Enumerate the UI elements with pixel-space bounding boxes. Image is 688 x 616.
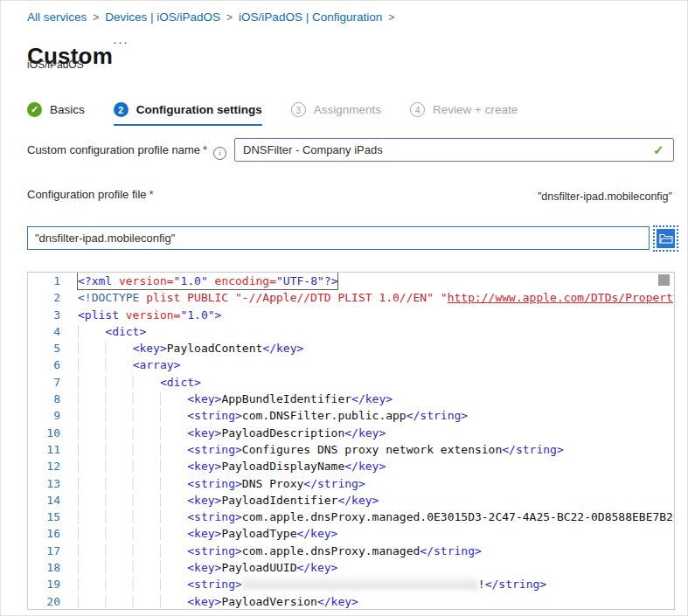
tab-assignments[interactable]: 3 Assignments [291,102,381,124]
step-3-badge: 3 [291,102,306,117]
tab-basics[interactable]: ✓ Basics [27,102,85,124]
custom-profile-page: All services>Devices | iOS/iPadOS>iOS/iP… [0,0,688,616]
breadcrumb-separator: > [93,11,99,24]
line-number: 1 [28,273,78,289]
breadcrumb-devices-ios[interactable]: Devices | iOS/iPadOS [105,10,220,24]
line-number: 19 [28,576,78,592]
step-2-badge: 2 [114,102,129,117]
tab-basics-label: Basics [50,103,85,116]
code-line: 10 <key>PayloadDescription</key> [28,425,674,441]
line-number: 16 [28,525,78,542]
tab-assignments-label: Assignments [314,103,381,116]
breadcrumb-all-services[interactable]: All services [27,10,87,24]
selected-filename: "dnsfilter-ipad.mobileconfig" [538,190,672,203]
required-asterisk: * [203,143,207,156]
code-line: 7 <dict> [28,374,674,391]
browse-file-button[interactable] [655,227,677,250]
line-number: 10 [28,425,78,441]
code-line: 4 <dict> [28,323,674,340]
check-icon: ✓ [27,102,42,117]
code-lines: 1<?xml version="1.0" encoding="UTF-8"?>2… [28,273,674,610]
code-line: 18 <key>PayloadUUID</key> [28,559,674,576]
code-line: 5 <key>PayloadContent</key> [28,340,674,356]
line-number: 11 [28,441,78,458]
code-line: 1<?xml version="1.0" encoding="UTF-8"?> [28,273,674,289]
breadcrumb: All services>Devices | iOS/iPadOS>iOS/iP… [27,10,400,24]
code-line: 15 <string>com.apple.dnsProxy.managed.0E… [28,509,674,525]
required-asterisk: * [149,188,154,201]
code-line: 6 <array> [28,356,674,373]
code-line: 19 <string>!</string> [28,576,674,592]
line-number: 20 [28,593,78,610]
tab-configuration-settings[interactable]: 2 Configuration settings [114,102,262,126]
breadcrumb-separator: > [226,11,233,24]
breadcrumb-ios-configuration[interactable]: iOS/iPadOS | Configuration [239,10,382,24]
line-number: 5 [28,340,78,356]
code-line: 13 <string>DNS Proxy</string> [28,475,674,492]
code-line: 20 <key>PayloadVersion</key> [28,593,674,610]
code-line: 12 <key>PayloadDisplayName</key> [28,458,674,474]
info-icon[interactable]: i [213,147,226,160]
code-line: 9 <string>com.DNSFilter.public.app</stri… [28,407,674,424]
more-menu-icon[interactable]: ··· [113,34,129,49]
vertical-scrollbar-thumb[interactable] [658,274,670,286]
line-number: 3 [28,307,78,323]
line-number: 12 [28,458,78,474]
redacted-uuid [242,578,478,590]
dtd-link[interactable]: http://www.apple.com/DTDs/PropertyList-1… [448,291,675,304]
profile-file-input[interactable] [27,226,650,250]
code-line: 17 <string>com.apple.dnsProxy.managed</s… [28,543,674,559]
line-number: 9 [28,407,78,424]
step-4-badge: 4 [410,102,425,117]
code-line: 11 <string>Configures DNS proxy network … [28,441,674,458]
line-number: 17 [28,543,78,559]
folder-icon [659,233,673,244]
line-number: 14 [28,492,78,509]
line-number: 13 [28,475,78,492]
code-line: 8 <key>AppBundleIdentifier</key> [28,391,674,407]
code-line: 3<plist version="1.0"> [28,307,674,323]
profile-name-label: Custom configuration profile name*i [27,143,226,160]
line-number: 4 [28,323,78,340]
line-number: 15 [28,509,78,525]
line-number: 6 [28,356,78,373]
page-subtitle: iOS/iPadOS [27,59,84,71]
profile-file-label: Configuration profile file* [27,188,154,201]
code-line: 16 <key>PayloadType</key> [28,525,674,542]
code-line: 14 <key>PayloadIdentifier</key> [28,492,674,509]
tab-review-create[interactable]: 4 Review + create [410,102,518,124]
code-line: 2<!DOCTYPE plist PUBLIC "-//Apple//DTD P… [28,289,674,306]
wizard-steps: ✓ Basics 2 Configuration settings 3 Assi… [27,102,518,126]
profile-name-input[interactable] [234,138,674,162]
line-number: 7 [28,374,78,391]
code-editor[interactable]: 1<?xml version="1.0" encoding="UTF-8"?>2… [27,272,675,610]
line-number: 18 [28,559,78,576]
breadcrumb-separator: > [388,11,394,24]
tab-review-create-label: Review + create [433,103,518,116]
line-number: 2 [28,289,78,306]
tab-configuration-settings-label: Configuration settings [136,103,262,116]
line-number: 8 [28,391,78,407]
